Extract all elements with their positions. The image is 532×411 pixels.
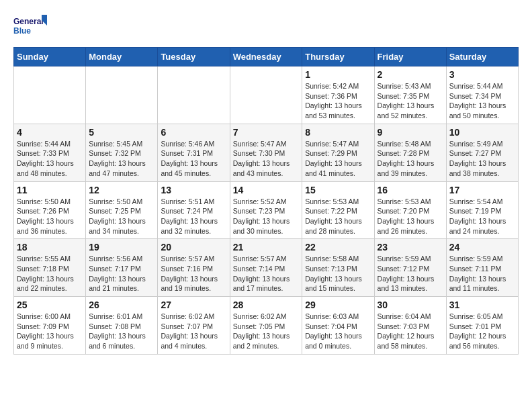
- calendar-cell: 21Sunrise: 5:57 AM Sunset: 7:14 PM Dayli…: [230, 239, 302, 297]
- day-number: 24: [449, 242, 515, 253]
- calendar-week: 25Sunrise: 6:00 AM Sunset: 7:09 PM Dayli…: [14, 297, 519, 355]
- day-number: 31: [449, 300, 515, 310]
- day-number: 7: [233, 127, 300, 138]
- day-info: Sunrise: 5:42 AM Sunset: 7:36 PM Dayligh…: [305, 81, 371, 121]
- day-info: Sunrise: 5:55 AM Sunset: 7:18 PM Dayligh…: [17, 254, 83, 293]
- day-info: Sunrise: 6:02 AM Sunset: 7:05 PM Dayligh…: [233, 312, 300, 351]
- day-number: 6: [161, 127, 226, 138]
- day-number: 5: [89, 127, 154, 138]
- header-day: Tuesday: [158, 48, 230, 66]
- calendar-cell: 6Sunrise: 5:46 AM Sunset: 7:31 PM Daylig…: [158, 124, 230, 181]
- day-number: 13: [161, 185, 226, 195]
- day-number: 1: [305, 69, 371, 80]
- day-number: 11: [17, 185, 83, 195]
- day-number: 18: [17, 242, 83, 253]
- day-info: Sunrise: 5:47 AM Sunset: 7:29 PM Dayligh…: [305, 139, 371, 179]
- calendar-cell: 4Sunrise: 5:44 AM Sunset: 7:33 PM Daylig…: [14, 124, 86, 181]
- day-info: Sunrise: 6:03 AM Sunset: 7:04 PM Dayligh…: [305, 312, 371, 351]
- day-info: Sunrise: 5:53 AM Sunset: 7:20 PM Dayligh…: [378, 197, 443, 236]
- calendar-cell: 7Sunrise: 5:47 AM Sunset: 7:30 PM Daylig…: [230, 124, 302, 181]
- calendar-cell: 1Sunrise: 5:42 AM Sunset: 7:36 PM Daylig…: [302, 66, 374, 124]
- day-info: Sunrise: 5:45 AM Sunset: 7:32 PM Dayligh…: [89, 139, 154, 179]
- day-info: Sunrise: 5:50 AM Sunset: 7:25 PM Dayligh…: [89, 197, 154, 236]
- day-info: Sunrise: 5:56 AM Sunset: 7:17 PM Dayligh…: [89, 254, 154, 293]
- calendar-cell: 22Sunrise: 5:58 AM Sunset: 7:13 PM Dayli…: [302, 239, 374, 297]
- day-info: Sunrise: 5:54 AM Sunset: 7:19 PM Dayligh…: [449, 197, 515, 236]
- day-info: Sunrise: 5:52 AM Sunset: 7:23 PM Dayligh…: [233, 197, 300, 236]
- header-day: Thursday: [302, 48, 374, 66]
- page-header: General Blue: [13, 13, 519, 40]
- calendar-cell: [230, 66, 302, 124]
- day-number: 26: [89, 300, 154, 310]
- calendar-cell: [86, 66, 158, 124]
- day-info: Sunrise: 6:02 AM Sunset: 7:07 PM Dayligh…: [161, 312, 226, 351]
- calendar-cell: 18Sunrise: 5:55 AM Sunset: 7:18 PM Dayli…: [14, 239, 86, 297]
- calendar: SundayMondayTuesdayWednesdayThursdayFrid…: [13, 47, 519, 355]
- day-number: 21: [233, 242, 300, 253]
- calendar-cell: 10Sunrise: 5:49 AM Sunset: 7:27 PM Dayli…: [446, 124, 518, 181]
- svg-text:General: General: [13, 17, 44, 26]
- day-number: 28: [233, 300, 300, 310]
- day-info: Sunrise: 5:44 AM Sunset: 7:33 PM Dayligh…: [17, 139, 83, 179]
- day-number: 2: [378, 69, 443, 80]
- calendar-header: SundayMondayTuesdayWednesdayThursdayFrid…: [14, 48, 519, 66]
- calendar-body: 1Sunrise: 5:42 AM Sunset: 7:36 PM Daylig…: [14, 66, 519, 355]
- calendar-cell: 29Sunrise: 6:03 AM Sunset: 7:04 PM Dayli…: [302, 297, 374, 355]
- calendar-week: 18Sunrise: 5:55 AM Sunset: 7:18 PM Dayli…: [14, 239, 519, 297]
- day-info: Sunrise: 5:46 AM Sunset: 7:31 PM Dayligh…: [161, 139, 226, 179]
- day-info: Sunrise: 5:47 AM Sunset: 7:30 PM Dayligh…: [233, 139, 300, 179]
- header-day: Saturday: [446, 48, 518, 66]
- day-number: 12: [89, 185, 154, 195]
- svg-text:Blue: Blue: [13, 26, 31, 36]
- calendar-cell: 27Sunrise: 6:02 AM Sunset: 7:07 PM Dayli…: [158, 297, 230, 355]
- calendar-cell: 2Sunrise: 5:43 AM Sunset: 7:35 PM Daylig…: [374, 66, 446, 124]
- header-day: Sunday: [14, 48, 86, 66]
- calendar-week: 11Sunrise: 5:50 AM Sunset: 7:26 PM Dayli…: [14, 181, 519, 239]
- header-day: Friday: [374, 48, 446, 66]
- day-info: Sunrise: 5:59 AM Sunset: 7:11 PM Dayligh…: [449, 254, 515, 293]
- day-info: Sunrise: 5:43 AM Sunset: 7:35 PM Dayligh…: [378, 81, 443, 121]
- day-info: Sunrise: 5:58 AM Sunset: 7:13 PM Dayligh…: [305, 254, 371, 293]
- day-info: Sunrise: 5:59 AM Sunset: 7:12 PM Dayligh…: [378, 254, 443, 293]
- calendar-cell: [158, 66, 230, 124]
- calendar-cell: 15Sunrise: 5:53 AM Sunset: 7:22 PM Dayli…: [302, 181, 374, 239]
- day-info: Sunrise: 5:57 AM Sunset: 7:16 PM Dayligh…: [161, 254, 226, 293]
- day-number: 27: [161, 300, 226, 310]
- day-number: 19: [89, 242, 154, 253]
- day-number: 4: [17, 127, 83, 138]
- day-number: 10: [449, 127, 515, 138]
- day-number: 8: [305, 127, 371, 138]
- day-number: 14: [233, 185, 300, 195]
- calendar-cell: 5Sunrise: 5:45 AM Sunset: 7:32 PM Daylig…: [86, 124, 158, 181]
- day-number: 9: [378, 127, 443, 138]
- calendar-cell: 20Sunrise: 5:57 AM Sunset: 7:16 PM Dayli…: [158, 239, 230, 297]
- calendar-cell: 24Sunrise: 5:59 AM Sunset: 7:11 PM Dayli…: [446, 239, 518, 297]
- calendar-cell: 26Sunrise: 6:01 AM Sunset: 7:08 PM Dayli…: [86, 297, 158, 355]
- header-day: Monday: [86, 48, 158, 66]
- calendar-cell: [14, 66, 86, 124]
- day-info: Sunrise: 5:53 AM Sunset: 7:22 PM Dayligh…: [305, 197, 371, 236]
- day-info: Sunrise: 6:05 AM Sunset: 7:01 PM Dayligh…: [449, 312, 515, 351]
- calendar-week: 1Sunrise: 5:42 AM Sunset: 7:36 PM Daylig…: [14, 66, 519, 124]
- day-info: Sunrise: 6:01 AM Sunset: 7:08 PM Dayligh…: [89, 312, 154, 351]
- day-info: Sunrise: 6:00 AM Sunset: 7:09 PM Dayligh…: [17, 312, 83, 351]
- calendar-cell: 9Sunrise: 5:48 AM Sunset: 7:28 PM Daylig…: [374, 124, 446, 181]
- calendar-week: 4Sunrise: 5:44 AM Sunset: 7:33 PM Daylig…: [14, 124, 519, 181]
- calendar-cell: 11Sunrise: 5:50 AM Sunset: 7:26 PM Dayli…: [14, 181, 86, 239]
- calendar-cell: 14Sunrise: 5:52 AM Sunset: 7:23 PM Dayli…: [230, 181, 302, 239]
- day-info: Sunrise: 5:48 AM Sunset: 7:28 PM Dayligh…: [378, 139, 443, 179]
- calendar-cell: 3Sunrise: 5:44 AM Sunset: 7:34 PM Daylig…: [446, 66, 518, 124]
- calendar-cell: 13Sunrise: 5:51 AM Sunset: 7:24 PM Dayli…: [158, 181, 230, 239]
- day-info: Sunrise: 5:51 AM Sunset: 7:24 PM Dayligh…: [161, 197, 226, 236]
- header-row: SundayMondayTuesdayWednesdayThursdayFrid…: [14, 48, 519, 66]
- header-day: Wednesday: [230, 48, 302, 66]
- logo-svg: General Blue: [13, 13, 47, 40]
- day-number: 23: [378, 242, 443, 253]
- calendar-cell: 25Sunrise: 6:00 AM Sunset: 7:09 PM Dayli…: [14, 297, 86, 355]
- day-info: Sunrise: 5:49 AM Sunset: 7:27 PM Dayligh…: [449, 139, 515, 179]
- day-number: 30: [378, 300, 443, 310]
- calendar-cell: 30Sunrise: 6:04 AM Sunset: 7:03 PM Dayli…: [374, 297, 446, 355]
- day-number: 25: [17, 300, 83, 310]
- day-info: Sunrise: 6:04 AM Sunset: 7:03 PM Dayligh…: [378, 312, 443, 351]
- day-number: 17: [449, 185, 515, 195]
